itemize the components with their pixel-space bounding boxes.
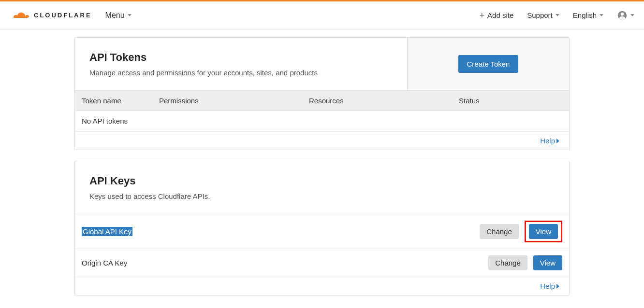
tokens-help-link[interactable]: Help [540,137,559,145]
keys-subtitle: Keys used to access Cloudflare APIs. [89,192,555,200]
api-keys-card: API Keys Keys used to access Cloudflare … [74,161,570,295]
col-token-name: Token name [82,97,159,105]
tokens-table-header: Token name Permissions Resources Status [75,90,569,111]
chevron-down-icon [600,14,603,16]
menu-dropdown[interactable]: Menu [105,11,132,20]
main-content: API Tokens Manage access and permissions… [74,29,570,308]
cloudflare-icon [10,10,31,21]
tokens-empty-row: No API tokens [75,111,569,131]
add-site-button[interactable]: + Add site [480,11,514,20]
help-label: Help [540,137,555,145]
keys-title: API Keys [89,175,555,187]
chevron-right-icon [556,139,559,143]
key-label-origin: Origin CA Key [82,259,488,267]
key-label-global: Global API Key [82,227,132,236]
keys-help-row: Help [75,277,569,295]
header: CLOUDFLARE Menu + Add site Support Engli… [0,1,644,29]
keys-help-link[interactable]: Help [540,282,559,290]
highlight-annotation: View [525,221,562,242]
header-right: + Add site Support English [480,10,634,21]
card-header: API Tokens Manage access and permissions… [75,38,569,90]
language-dropdown[interactable]: English [573,11,603,19]
language-label: English [573,11,597,19]
user-menu[interactable] [617,10,634,21]
user-icon [617,10,628,21]
tokens-title: API Tokens [89,51,393,64]
tokens-subtitle: Manage access and permissions for your a… [89,69,393,77]
key-row-origin: Origin CA Key Change View [75,249,569,277]
plus-icon: + [480,11,485,20]
tokens-help-row: Help [75,131,569,150]
chevron-down-icon [630,14,634,16]
change-button-origin[interactable]: Change [488,255,527,270]
support-label: Support [527,11,553,19]
key-name: Global API Key [82,227,480,236]
col-status: Status [459,97,562,105]
api-tokens-card: API Tokens Manage access and permissions… [74,37,570,150]
col-resources: Resources [309,97,459,105]
create-token-button[interactable]: Create Token [458,55,519,73]
chevron-down-icon [128,14,132,16]
view-button-global[interactable]: View [529,224,558,239]
add-site-label: Add site [487,11,513,19]
help-label: Help [540,282,555,290]
col-permissions: Permissions [159,97,309,105]
view-button-origin[interactable]: View [533,255,562,270]
svg-point-1 [621,13,624,15]
chevron-right-icon [556,284,559,289]
support-dropdown[interactable]: Support [527,11,559,19]
change-button-global[interactable]: Change [480,224,519,239]
brand-text: CLOUDFLARE [34,12,92,19]
chevron-down-icon [556,14,559,16]
menu-label: Menu [105,11,125,20]
key-row-global: Global API Key Change View [75,214,569,249]
logo[interactable]: CLOUDFLARE [10,10,92,21]
